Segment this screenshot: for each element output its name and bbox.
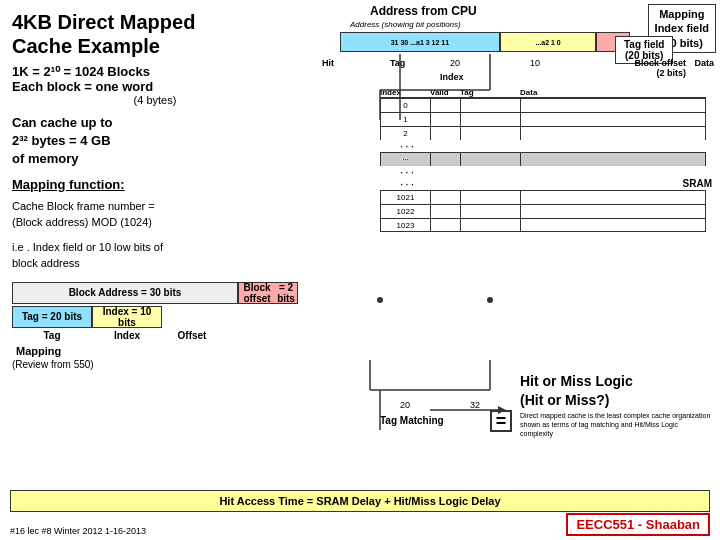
title-line1: 4KB Direct Mapped xyxy=(12,11,195,33)
num-20: 20 xyxy=(450,58,460,68)
table-row: 1 xyxy=(380,112,706,126)
index-label: Index xyxy=(440,72,464,82)
subtitle-1k: 1K = 2¹⁰ = 1024 Blocks xyxy=(12,64,298,79)
offset-value: = 2 bits xyxy=(275,282,297,304)
tag-addr-label: Tag = 20 bits xyxy=(22,311,82,322)
sram-col-data-header: Data xyxy=(520,88,706,97)
title-line2: Cache Example xyxy=(12,35,160,57)
lbl-index: Index xyxy=(92,330,162,341)
sram-cell-tag xyxy=(461,99,521,112)
review-label: (Review from 550) xyxy=(12,359,298,370)
can-cache: Can cache up to 2³² bytes = 4 GB of memo… xyxy=(12,114,298,169)
dots-row: ··· xyxy=(380,140,706,152)
bit-seg-index: ...a2 1 0 xyxy=(500,32,597,52)
right-panel: Mapping Index field (10 bits) Address fr… xyxy=(310,0,720,540)
table-row: 1023 xyxy=(380,218,706,232)
bottom-num-left: 20 xyxy=(400,400,410,410)
lbl-tag: Tag xyxy=(12,330,92,341)
data-label: Data xyxy=(694,58,714,68)
sram-cell-data xyxy=(521,127,705,140)
can-cache-line2: 2³² bytes = 4 GB xyxy=(12,133,111,148)
footer-line-text: #16 lec #8 Winter 2012 1-16-2013 xyxy=(10,526,146,536)
sram-cell-valid xyxy=(431,153,461,166)
sram-cell-index: 1023 xyxy=(381,219,431,231)
cache-block-desc: Cache Block frame number = (Block addres… xyxy=(12,198,298,231)
hit-miss-title: Hit or Miss Logic (Hit or Miss?) xyxy=(520,372,712,408)
diagram-area: Hit Tag Index Data 20 10 Block offset (2… xyxy=(320,58,716,440)
sram-cell-data xyxy=(521,219,705,231)
sram-cell-index: 1021 xyxy=(381,191,431,204)
addr-row-2: Tag = 20 bits Index = 10 bits xyxy=(12,306,298,328)
sram-cell-valid xyxy=(431,219,461,231)
hit-miss-area: Hit or Miss Logic (Hit or Miss?) Direct … xyxy=(520,372,712,438)
tag-field-label: Tag field xyxy=(624,39,664,50)
sram-cell-valid xyxy=(431,127,461,140)
sram-col-valid-header: Valid xyxy=(430,88,460,97)
sram-cell-tag xyxy=(461,219,521,231)
sram-cell-data xyxy=(521,99,705,112)
block-addr-label: Block Address = 30 bits xyxy=(69,287,182,298)
tag-label: Tag xyxy=(390,58,405,68)
desc2: (Block address) MOD (1024) xyxy=(12,216,152,228)
sram-cell-index: 1 xyxy=(381,113,431,126)
offset-block: Block offset = 2 bits xyxy=(238,282,298,304)
direct-mapped-note: Direct mapped cache is the least complex… xyxy=(520,411,712,438)
bottom-nums: 20 32 xyxy=(400,400,480,410)
hit-miss-subtitle: (Hit or Miss?) xyxy=(520,392,609,408)
block-offset-text: Block offset xyxy=(634,58,686,68)
hit-label: Hit xyxy=(322,58,334,68)
can-cache-line3: of memory xyxy=(12,151,78,166)
sram-cell-tag xyxy=(461,191,521,204)
sram-cell-tag xyxy=(461,127,521,140)
index-field-text: Index field xyxy=(655,21,709,35)
eecc-text: EECC551 - Shaaban xyxy=(576,517,700,532)
sram-cell-tag xyxy=(461,205,521,218)
block-offset-label: Block offset (2 bits) xyxy=(634,58,686,78)
sram-cell-tag xyxy=(461,113,521,126)
footer-line: #16 lec #8 Winter 2012 1-16-2013 xyxy=(10,526,146,536)
block-offset-2: (2 bits) xyxy=(656,68,686,78)
index-addr-label: Index = 10 bits xyxy=(93,306,161,328)
sram-cell-index: 1022 xyxy=(381,205,431,218)
addr-labels: Tag Index Offset xyxy=(12,330,298,341)
hit-miss-title-text: Hit or Miss Logic xyxy=(520,373,633,389)
tag-addr-block: Tag = 20 bits xyxy=(12,306,92,328)
addr-bits-bar: 31 30 ...a1 3 12 11 ...a2 1 0 xyxy=(340,32,630,52)
bottom-num-right: 32 xyxy=(470,400,480,410)
mapping-text: Mapping xyxy=(655,7,709,21)
sram-cell-data xyxy=(521,153,705,166)
table-row: 2 xyxy=(380,126,706,140)
sram-label: SRAM xyxy=(683,178,712,189)
sram-cell-valid xyxy=(431,205,461,218)
mapping-label: Mapping xyxy=(16,345,298,357)
subtitle-block: Each block = one word xyxy=(12,79,298,94)
tag-matching: Tag Matching xyxy=(380,415,444,426)
sram-cell-index: 0 xyxy=(381,99,431,112)
direct-mapped-note-text: Direct mapped cache is the least complex… xyxy=(520,412,710,437)
equals-text: = xyxy=(496,411,507,432)
table-row-highlighted: ··· xyxy=(380,152,706,166)
addr-cpu-label: Address from CPU xyxy=(370,4,477,18)
addr-showing: Address (showing bit positions) xyxy=(350,20,461,29)
address-bar: Block Address = 30 bits Block offset = 2… xyxy=(12,282,298,341)
hit-access-text: Hit Access Time = SRAM Delay + Hit/Miss … xyxy=(219,495,500,507)
sram-cell-tag xyxy=(461,153,521,166)
addr-showing-label: Address (showing bit positions) xyxy=(350,20,461,29)
equals-sign: = xyxy=(490,410,512,432)
addr-row-1: Block Address = 30 bits Block offset = 2… xyxy=(12,282,298,304)
bit-seg-tag: 31 30 ...a1 3 12 11 xyxy=(340,32,500,52)
desc4: block address xyxy=(12,257,80,269)
page-title: 4KB Direct Mapped Cache Example xyxy=(12,10,298,58)
lbl-offset: Offset xyxy=(162,330,222,341)
subtitle-4bytes: (4 bytes) xyxy=(12,94,298,106)
eecc-badge: EECC551 - Shaaban xyxy=(566,513,710,536)
index-addr-block: Index = 10 bits xyxy=(92,306,162,328)
sram-cell-valid xyxy=(431,113,461,126)
table-row: 1022 xyxy=(380,204,706,218)
sram-cell-valid xyxy=(431,191,461,204)
can-cache-line1: Can cache up to xyxy=(12,115,112,130)
desc3: i.e . Index field or 10 low bits of xyxy=(12,241,163,253)
sram-table: Index Valid Tag Data 0 1 xyxy=(380,88,706,232)
main-container: 4KB Direct Mapped Cache Example 1K = 2¹⁰… xyxy=(0,0,720,540)
sram-col-tag-header: Tag xyxy=(460,88,520,97)
